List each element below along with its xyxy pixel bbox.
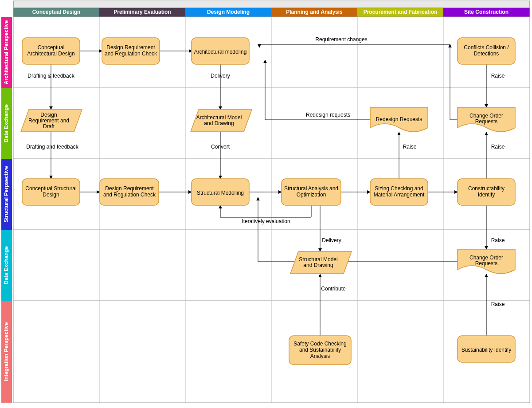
row-3: Data Exchange bbox=[3, 246, 9, 284]
edge-label: Iteratively evaluation bbox=[242, 218, 290, 224]
edge-label: Contribute bbox=[321, 286, 346, 292]
column-headers: Conceptual Design Preliminary Evaluation… bbox=[13, 8, 530, 17]
edge-label: Redesign requests bbox=[306, 112, 350, 118]
col-5: Site Construction bbox=[464, 9, 509, 15]
col-2: Design Modeling bbox=[207, 9, 250, 15]
node: Architectural modeling bbox=[194, 49, 247, 55]
edge-label: Raise bbox=[403, 144, 417, 150]
edge-label: Delivery bbox=[211, 73, 230, 79]
row-headers: Architectural Perspective Data Exchange … bbox=[1, 17, 12, 403]
node: Structural Modelling bbox=[197, 190, 244, 196]
col-0: Conceptual Design bbox=[32, 9, 81, 15]
grid-top-bar bbox=[13, 1, 530, 8]
row-2: Structural Perpsective bbox=[3, 166, 9, 223]
edge-label: Drafting & feedback bbox=[27, 73, 74, 79]
svg-text:Sizing Checking andMaterial Ar: Sizing Checking andMaterial Arrangement bbox=[374, 185, 425, 198]
edge-label: Raise bbox=[491, 144, 505, 150]
edge-label: Raise bbox=[491, 301, 505, 307]
grid-lines bbox=[13, 1, 530, 403]
node: Redesign Requests bbox=[376, 116, 422, 122]
swimlane-diagram: Conceptual Design Preliminary Evaluation… bbox=[0, 0, 532, 408]
col-4: Procurement and Fabrication bbox=[364, 9, 438, 15]
edge-label: Requirement changes bbox=[315, 36, 367, 43]
col-3: Planning and Analysis bbox=[286, 9, 343, 15]
row-1: Data Exchange bbox=[3, 104, 9, 142]
edge-label: Raise bbox=[491, 237, 505, 243]
nodes: ConceptualArchitectural Design Design Re… bbox=[21, 38, 515, 365]
edge-label: Delivery bbox=[322, 237, 341, 243]
edge-label: Raise bbox=[491, 73, 505, 79]
svg-text:Structural Modeland Drawing: Structural Modeland Drawing bbox=[299, 256, 337, 268]
svg-text:Design Requirementand Regulati: Design Requirementand Regulation Check bbox=[105, 44, 157, 57]
svg-text:Design Requirementand Regulati: Design Requirementand Regulation Check bbox=[103, 185, 156, 198]
edge-label: Drafting and feedback bbox=[26, 144, 78, 150]
diagram-svg: Conceptual Design Preliminary Evaluation… bbox=[0, 0, 532, 408]
row-4: Integration Perspective bbox=[3, 322, 9, 381]
row-0: Architectural Perspective bbox=[3, 20, 9, 84]
edges: Drafting & feedback Delivery Requirement… bbox=[26, 36, 505, 336]
edge-label: Convert bbox=[211, 144, 230, 150]
node: Sustainability Identify bbox=[462, 347, 512, 353]
col-1: Preliminary Evaluation bbox=[113, 9, 171, 15]
